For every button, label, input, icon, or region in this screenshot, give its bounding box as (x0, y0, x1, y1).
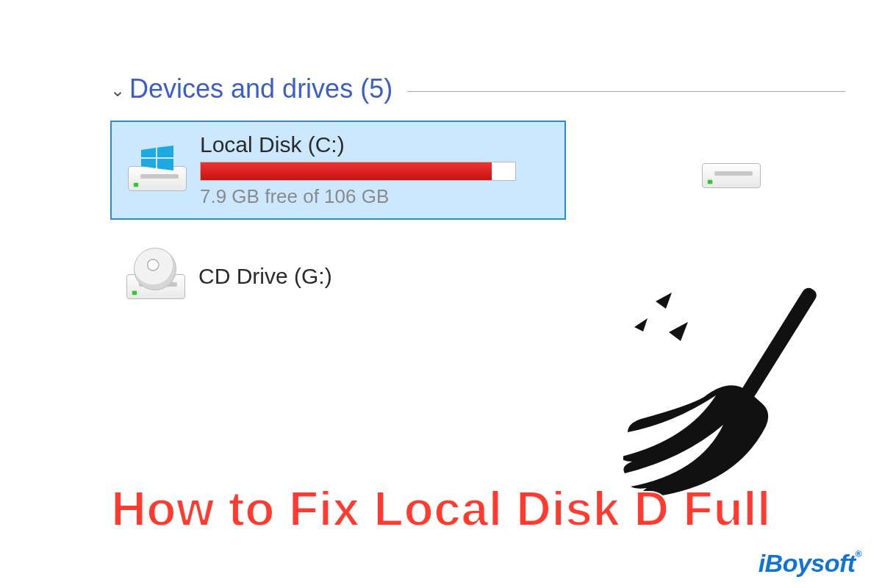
trademark-icon: ® (856, 549, 861, 559)
drive-icon (702, 147, 762, 188)
headline-text: How to Fix Local Disk D Full (0, 481, 882, 537)
drive-item-c[interactable]: Local Disk (C:) 7.9 GB free of 106 GB (110, 121, 566, 220)
drive-c-label: Local Disk (C:) (200, 132, 551, 157)
drive-c-subtext: 7.9 GB free of 106 GB (200, 185, 551, 208)
svg-marker-0 (141, 148, 156, 157)
devices-section: ⌄ Devices and drives (5) Local Disk (C:) (110, 74, 845, 299)
divider (407, 91, 845, 92)
svg-rect-4 (736, 287, 819, 406)
svg-marker-3 (157, 159, 173, 171)
chevron-down-icon: ⌄ (110, 80, 125, 101)
section-header[interactable]: ⌄ Devices and drives (5) (110, 74, 845, 104)
drives-row: Local Disk (C:) 7.9 GB free of 106 GB (110, 121, 845, 220)
capacity-bar (200, 162, 516, 181)
section-title: Devices and drives (5) (129, 74, 392, 104)
drive-item-extra[interactable] (702, 147, 762, 188)
os-drive-icon (128, 150, 187, 191)
svg-marker-2 (141, 159, 156, 168)
capacity-fill (201, 162, 492, 180)
drive-c-info: Local Disk (C:) 7.9 GB free of 106 GB (200, 132, 551, 208)
svg-marker-1 (157, 146, 173, 157)
cd-drive-icon (126, 254, 185, 299)
broom-icon (623, 287, 844, 507)
brand-logo: iBoysoft® (759, 549, 861, 578)
drive-g-label: CD Drive (G:) (198, 264, 332, 289)
windows-logo-icon (141, 146, 173, 171)
brand-name: iBoysoft (759, 549, 856, 577)
